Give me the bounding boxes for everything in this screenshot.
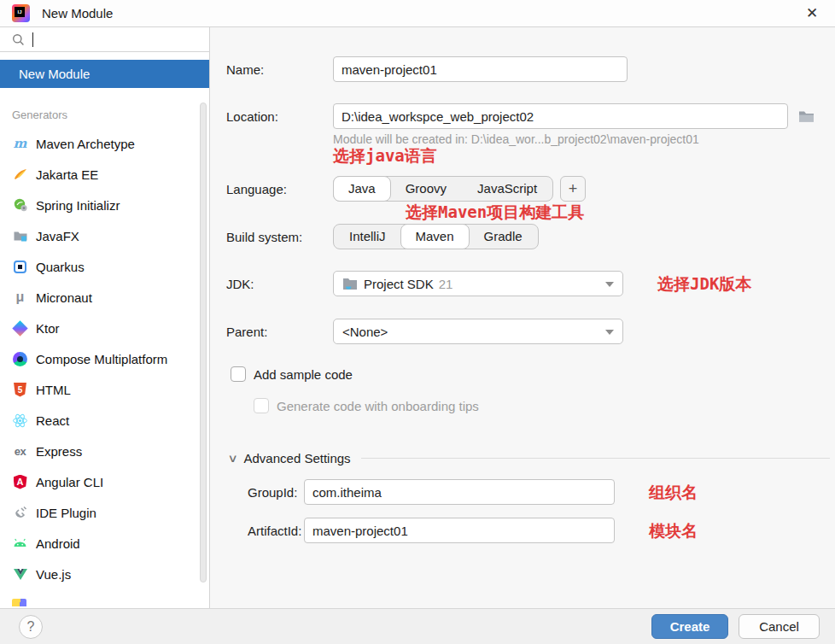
annotation-jdk: 选择JDK版本 <box>657 273 751 296</box>
add-sample-code-label: Add sample code <box>254 367 353 382</box>
groupid-label: GroupId: <box>248 485 304 500</box>
build-option-maven[interactable]: Maven <box>400 224 470 249</box>
language-label: Language: <box>226 182 333 196</box>
partial-item-icon <box>12 599 26 606</box>
module-form: Name: Location: Module will be created i… <box>210 27 835 608</box>
generator-sidebar: New Module Generators m Maven Archetype … <box>0 27 210 608</box>
sidebar-item-spring-initializr[interactable]: Spring Initializr <box>0 190 209 220</box>
sidebar-item-ide-plugin[interactable]: IDE Plugin <box>0 497 209 528</box>
compose-icon <box>12 351 28 367</box>
divider <box>361 458 830 459</box>
sidebar-item-compose-multiplatform[interactable]: Compose Multiplatform <box>0 343 209 374</box>
language-option-javascript[interactable]: JavaScript <box>462 177 552 201</box>
sidebar-item-micronaut[interactable]: μ Micronaut <box>0 282 209 313</box>
dialog-footer: ? Create Cancel <box>0 608 835 644</box>
location-label: Location: <box>226 109 333 124</box>
jdk-value: Project SDK <box>364 277 434 291</box>
sidebar-item-ktor[interactable]: Ktor <box>0 313 209 343</box>
chevron-down-icon: ∨ <box>228 452 238 465</box>
advanced-settings-header[interactable]: ∨ Advanced Settings <box>229 451 830 465</box>
annotation-build-system: 选择Maven项目构建工具 <box>406 202 584 224</box>
generators-section-label: Generators <box>12 108 209 121</box>
search-icon <box>12 33 25 46</box>
language-option-groovy[interactable]: Groovy <box>390 177 462 201</box>
sdk-icon <box>342 278 358 290</box>
help-button[interactable]: ? <box>19 615 43 639</box>
title-bar: IJ New Module ✕ <box>0 0 835 27</box>
onboarding-tips-checkbox <box>254 398 269 413</box>
micronaut-icon: μ <box>12 290 28 306</box>
jdk-version: 21 <box>439 277 453 291</box>
groupid-input[interactable] <box>304 479 615 505</box>
annotation-artifactid: 模块名 <box>649 520 698 542</box>
sidebar-item-vuejs[interactable]: Vue.js <box>0 559 209 589</box>
annotation-language: 选择java语言 <box>333 145 437 167</box>
intellij-idea-icon: IJ <box>12 4 30 22</box>
parent-select[interactable]: <None> <box>333 319 623 344</box>
window-title: New Module <box>42 6 113 20</box>
sidebar-item-express[interactable]: ex Express <box>0 436 209 466</box>
search-input[interactable] <box>0 27 209 52</box>
sidebar-item-react[interactable]: React <box>0 405 209 436</box>
build-system-label: Build system: <box>226 230 333 244</box>
build-system-segmented-control: IntelliJ Maven Gradle <box>333 224 539 249</box>
browse-folder-icon[interactable] <box>798 110 815 123</box>
annotation-groupid: 组织名 <box>649 482 698 504</box>
artifactid-label: ArtifactId: <box>248 524 304 538</box>
build-option-gradle[interactable]: Gradle <box>469 225 538 249</box>
name-input[interactable] <box>333 56 628 82</box>
jdk-select[interactable]: Project SDK 21 <box>333 271 623 296</box>
android-icon <box>12 536 28 552</box>
location-hint: Module will be created in: D:\idea_wor..… <box>333 132 699 146</box>
quarkus-icon <box>12 259 28 275</box>
sidebar-item-javafx[interactable]: JavaFX <box>0 220 209 251</box>
javafx-icon <box>12 228 28 244</box>
generator-list: m Maven Archetype Jakarta EE Spring Init… <box>0 128 209 589</box>
create-button[interactable]: Create <box>651 614 728 639</box>
react-icon <box>12 413 28 429</box>
ktor-icon <box>12 320 28 337</box>
chevron-down-icon <box>605 282 614 287</box>
language-option-java[interactable]: Java <box>333 176 391 202</box>
spring-icon <box>12 197 28 214</box>
jakarta-ee-icon <box>12 167 28 183</box>
chevron-down-icon <box>605 330 614 335</box>
sidebar-item-maven-archetype[interactable]: m Maven Archetype <box>0 128 209 159</box>
new-module-dialog: IJ New Module ✕ New Module Generators m … <box>0 0 835 644</box>
parent-label: Parent: <box>226 325 333 339</box>
advanced-settings-title: Advanced Settings <box>244 451 351 465</box>
vue-icon <box>12 566 28 583</box>
add-sample-code-checkbox[interactable] <box>231 366 246 382</box>
html5-icon: 5 <box>12 382 28 398</box>
express-icon: ex <box>12 443 28 460</box>
jdk-label: JDK: <box>226 277 333 291</box>
sidebar-item-angular-cli[interactable]: A Angular CLI <box>0 466 209 497</box>
sidebar-item-android[interactable]: Android <box>0 528 209 559</box>
plug-icon <box>12 505 28 521</box>
artifactid-input[interactable] <box>304 518 615 543</box>
sidebar-item-html[interactable]: 5 HTML <box>0 374 209 405</box>
build-option-intellij[interactable]: IntelliJ <box>334 225 401 249</box>
sidebar-item-quarkus[interactable]: Quarkus <box>0 251 209 282</box>
cancel-button[interactable]: Cancel <box>739 614 820 639</box>
location-input[interactable] <box>333 103 788 129</box>
language-segmented-control: Java Groovy JavaScript <box>333 176 553 202</box>
sidebar-item-jakarta-ee[interactable]: Jakarta EE <box>0 159 209 190</box>
text-caret <box>32 32 33 47</box>
angular-icon: A <box>12 474 28 490</box>
sidebar-scrollbar[interactable] <box>200 102 207 583</box>
maven-icon: m <box>12 136 28 152</box>
parent-value: <None> <box>342 325 388 339</box>
name-label: Name: <box>226 62 333 77</box>
sidebar-item-new-module[interactable]: New Module <box>0 60 209 88</box>
onboarding-tips-label: Generate code with onboarding tips <box>277 399 479 413</box>
close-icon[interactable]: ✕ <box>803 4 821 23</box>
add-language-button[interactable]: + <box>560 176 586 202</box>
